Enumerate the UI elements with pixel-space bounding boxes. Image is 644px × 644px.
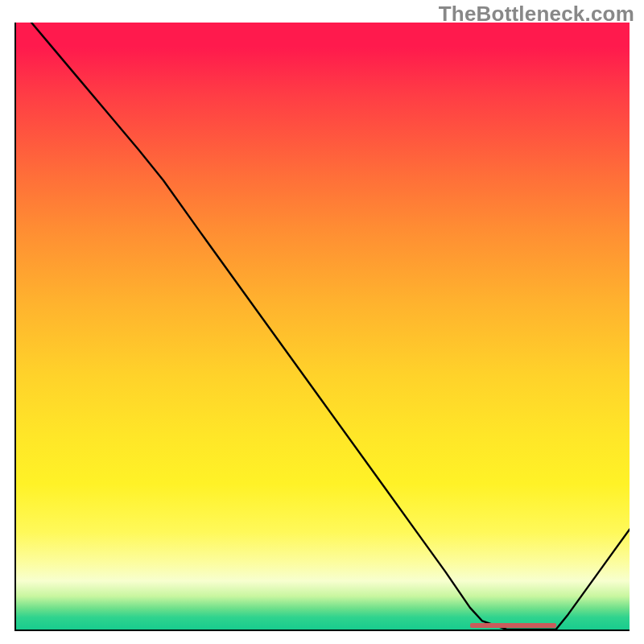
bottleneck-curve (16, 23, 630, 630)
trough-marker (470, 623, 556, 628)
chart-stage: TheBottleneck.com (0, 0, 644, 644)
curve-path (16, 23, 630, 630)
plot-area (14, 23, 630, 631)
